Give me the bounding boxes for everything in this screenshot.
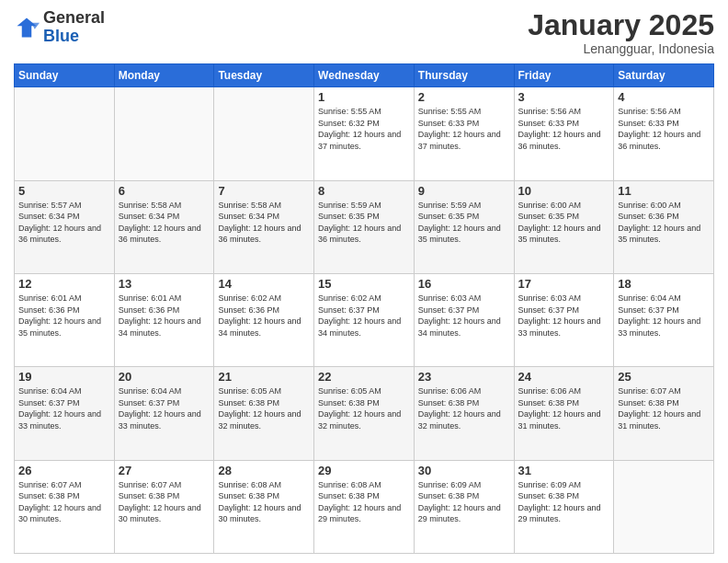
daylight-text: Daylight: 12 hours and 37 minutes. <box>318 130 401 151</box>
sunset-text: Sunset: 6:35 PM <box>418 212 480 221</box>
day-number: 22 <box>318 370 410 384</box>
calendar-cell: 2Sunrise: 5:55 AMSunset: 6:33 PMDaylight… <box>414 87 514 180</box>
day-info: Sunrise: 6:09 AMSunset: 6:38 PMDaylight:… <box>518 479 610 525</box>
col-friday: Friday <box>514 64 614 87</box>
sunset-text: Sunset: 6:38 PM <box>518 398 580 408</box>
day-info: Sunrise: 6:02 AMSunset: 6:36 PMDaylight:… <box>218 293 310 339</box>
daylight-text: Daylight: 12 hours and 35 minutes. <box>518 224 601 245</box>
calendar-cell: 26Sunrise: 6:07 AMSunset: 6:38 PMDayligh… <box>15 460 115 553</box>
calendar-cell: 28Sunrise: 6:08 AMSunset: 6:38 PMDayligh… <box>214 460 314 553</box>
sunset-text: Sunset: 6:37 PM <box>318 305 380 315</box>
day-number: 23 <box>418 370 510 384</box>
sunset-text: Sunset: 6:37 PM <box>618 305 679 315</box>
sunrise-text: Sunrise: 6:04 AM <box>18 386 82 396</box>
sunrise-text: Sunrise: 6:01 AM <box>18 293 82 303</box>
day-number: 11 <box>618 184 710 198</box>
day-info: Sunrise: 5:58 AMSunset: 6:34 PMDaylight:… <box>119 200 210 246</box>
day-number: 21 <box>218 370 310 384</box>
header: General Blue January 2025 Lenangguar, In… <box>14 9 714 56</box>
day-info: Sunrise: 6:09 AMSunset: 6:38 PMDaylight:… <box>418 479 510 525</box>
daylight-text: Daylight: 12 hours and 30 minutes. <box>218 503 301 524</box>
day-info: Sunrise: 6:01 AMSunset: 6:36 PMDaylight:… <box>119 293 210 339</box>
sunrise-text: Sunrise: 6:04 AM <box>119 386 182 396</box>
sunset-text: Sunset: 6:37 PM <box>518 305 580 315</box>
col-wednesday: Wednesday <box>314 64 415 87</box>
calendar-cell: 29Sunrise: 6:08 AMSunset: 6:38 PMDayligh… <box>314 460 415 553</box>
col-monday: Monday <box>114 64 214 87</box>
day-info: Sunrise: 5:57 AMSunset: 6:34 PMDaylight:… <box>18 200 110 246</box>
calendar-cell: 13Sunrise: 6:01 AMSunset: 6:36 PMDayligh… <box>114 273 214 366</box>
calendar-header: Sunday Monday Tuesday Wednesday Thursday… <box>15 64 714 87</box>
sunset-text: Sunset: 6:37 PM <box>18 398 80 408</box>
calendar-cell: 20Sunrise: 6:04 AMSunset: 6:37 PMDayligh… <box>114 367 214 460</box>
svg-marker-0 <box>17 17 37 37</box>
sunset-text: Sunset: 6:38 PM <box>518 491 580 500</box>
month-title: January 2025 <box>528 9 714 41</box>
logo: General Blue <box>14 9 105 46</box>
daylight-text: Daylight: 12 hours and 35 minutes. <box>618 224 700 245</box>
calendar-body: 1Sunrise: 5:55 AMSunset: 6:32 PMDaylight… <box>15 87 714 554</box>
daylight-text: Daylight: 12 hours and 36 minutes. <box>119 224 201 245</box>
title-block: January 2025 Lenangguar, Indonesia <box>528 9 714 56</box>
daylight-text: Daylight: 12 hours and 30 minutes. <box>119 503 201 524</box>
sunset-text: Sunset: 6:38 PM <box>318 491 380 500</box>
calendar-cell <box>214 87 314 180</box>
day-number: 4 <box>618 90 710 104</box>
sunrise-text: Sunrise: 6:02 AM <box>218 293 281 303</box>
sunset-text: Sunset: 6:34 PM <box>18 212 80 221</box>
calendar-cell: 17Sunrise: 6:03 AMSunset: 6:37 PMDayligh… <box>514 273 614 366</box>
day-number: 2 <box>418 90 510 104</box>
sunset-text: Sunset: 6:36 PM <box>18 305 80 315</box>
daylight-text: Daylight: 12 hours and 36 minutes. <box>518 130 601 151</box>
page: General Blue January 2025 Lenangguar, In… <box>0 0 728 563</box>
calendar-cell <box>15 87 115 180</box>
day-info: Sunrise: 5:56 AMSunset: 6:33 PMDaylight:… <box>618 106 710 152</box>
day-number: 26 <box>18 464 110 477</box>
day-number: 5 <box>18 184 110 198</box>
day-info: Sunrise: 6:05 AMSunset: 6:38 PMDaylight:… <box>318 385 410 431</box>
sunrise-text: Sunrise: 6:02 AM <box>318 293 381 303</box>
daylight-text: Daylight: 12 hours and 35 minutes. <box>418 224 501 245</box>
sunset-text: Sunset: 6:38 PM <box>218 398 279 408</box>
calendar-cell: 7Sunrise: 5:58 AMSunset: 6:34 PMDaylight… <box>214 180 314 273</box>
daylight-text: Daylight: 12 hours and 33 minutes. <box>119 409 201 431</box>
daylight-text: Daylight: 12 hours and 36 minutes. <box>218 224 301 245</box>
sunset-text: Sunset: 6:37 PM <box>418 305 480 315</box>
day-number: 14 <box>218 277 310 291</box>
calendar-cell: 25Sunrise: 6:07 AMSunset: 6:38 PMDayligh… <box>614 367 714 460</box>
sunrise-text: Sunrise: 5:59 AM <box>318 201 381 210</box>
day-number: 16 <box>418 277 510 291</box>
sunset-text: Sunset: 6:35 PM <box>318 212 380 221</box>
day-number: 18 <box>618 277 710 291</box>
day-number: 30 <box>418 464 510 477</box>
daylight-text: Daylight: 12 hours and 36 minutes. <box>618 130 700 151</box>
calendar-cell <box>614 460 714 553</box>
sunrise-text: Sunrise: 6:06 AM <box>418 386 482 396</box>
daylight-text: Daylight: 12 hours and 34 minutes. <box>418 316 501 338</box>
sunset-text: Sunset: 6:37 PM <box>119 398 180 408</box>
sunset-text: Sunset: 6:33 PM <box>418 119 480 128</box>
day-number: 27 <box>119 464 210 477</box>
sunrise-text: Sunrise: 6:05 AM <box>218 386 281 396</box>
calendar-cell: 21Sunrise: 6:05 AMSunset: 6:38 PMDayligh… <box>214 367 314 460</box>
sunrise-text: Sunrise: 5:56 AM <box>618 107 681 116</box>
day-info: Sunrise: 5:55 AMSunset: 6:33 PMDaylight:… <box>418 106 510 152</box>
daylight-text: Daylight: 12 hours and 29 minutes. <box>418 503 501 524</box>
day-number: 12 <box>18 277 110 291</box>
sunrise-text: Sunrise: 6:07 AM <box>119 480 182 489</box>
sunrise-text: Sunrise: 6:09 AM <box>418 480 482 489</box>
week-row-1: 5Sunrise: 5:57 AMSunset: 6:34 PMDaylight… <box>15 180 714 273</box>
sunset-text: Sunset: 6:38 PM <box>318 398 380 408</box>
logo-text: General Blue <box>43 9 105 46</box>
day-info: Sunrise: 6:00 AMSunset: 6:35 PMDaylight:… <box>518 200 610 246</box>
calendar: Sunday Monday Tuesday Wednesday Thursday… <box>14 63 714 554</box>
day-info: Sunrise: 6:01 AMSunset: 6:36 PMDaylight:… <box>18 293 110 339</box>
sunrise-text: Sunrise: 6:00 AM <box>518 201 582 210</box>
day-info: Sunrise: 6:03 AMSunset: 6:37 PMDaylight:… <box>518 293 610 339</box>
sunrise-text: Sunrise: 6:06 AM <box>518 386 582 396</box>
sunrise-text: Sunrise: 5:55 AM <box>318 107 381 116</box>
col-tuesday: Tuesday <box>214 64 314 87</box>
calendar-cell: 30Sunrise: 6:09 AMSunset: 6:38 PMDayligh… <box>414 460 514 553</box>
calendar-cell: 14Sunrise: 6:02 AMSunset: 6:36 PMDayligh… <box>214 273 314 366</box>
location: Lenangguar, Indonesia <box>528 41 714 56</box>
